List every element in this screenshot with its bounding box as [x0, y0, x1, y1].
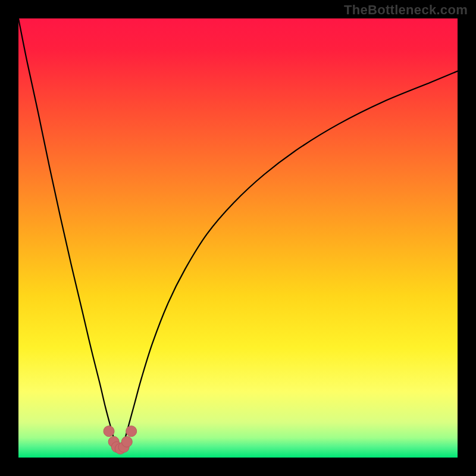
plot-background [18, 18, 458, 458]
optimal-marker [104, 426, 114, 437]
bottleneck-chart [0, 0, 476, 476]
watermark-text: TheBottleneck.com [344, 2, 468, 18]
chart-frame: TheBottleneck.com [0, 0, 476, 476]
optimal-marker [121, 436, 132, 447]
optimal-marker [126, 426, 137, 437]
